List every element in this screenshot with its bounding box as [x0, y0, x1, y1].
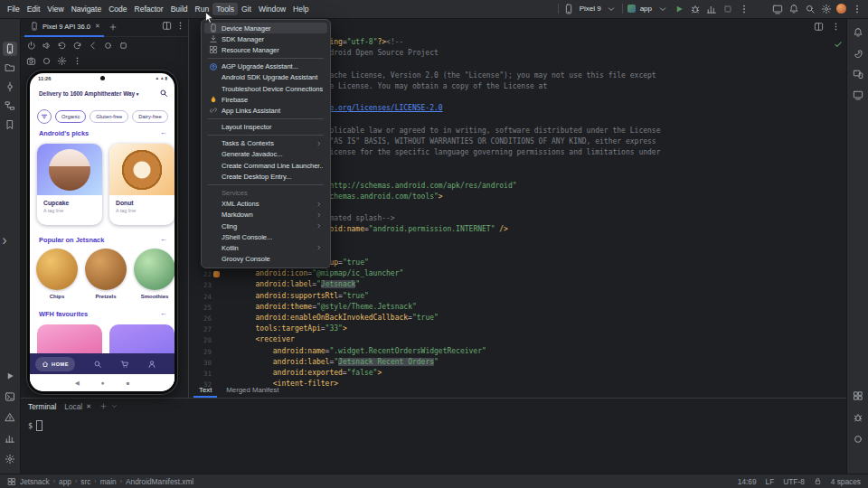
- more-run-options-button[interactable]: [738, 3, 750, 14]
- more-vert-icon[interactable]: [175, 21, 185, 31]
- inspections-ok-icon[interactable]: [834, 40, 843, 49]
- run-tool-button[interactable]: [3, 369, 17, 383]
- filter-button[interactable]: [37, 109, 52, 124]
- breadcrumb-item-main[interactable]: main: [100, 477, 117, 486]
- profiler-tool-button[interactable]: [851, 432, 865, 446]
- breadcrumb-item-jetsnack[interactable]: Jetsnack: [20, 477, 50, 486]
- tools-menu-item-jshell-console[interactable]: JShell Console...: [204, 231, 327, 242]
- tools-menu-item-xml-actions[interactable]: XML Actions: [204, 199, 327, 210]
- emulator-screen[interactable]: 11:26 ▲▲▮ Delivery to 1600 Amphitheater …: [30, 73, 175, 391]
- build-variants-tool-button[interactable]: [851, 389, 865, 403]
- terminal-tool-button[interactable]: [3, 389, 17, 404]
- profile-icon[interactable]: [147, 360, 156, 369]
- device-control-power-icon[interactable]: [24, 39, 38, 52]
- running-devices-tool-button[interactable]: [3, 42, 17, 56]
- menu-edit[interactable]: Edit: [24, 3, 44, 15]
- breadcrumb-item-src[interactable]: src: [80, 477, 90, 486]
- menu-tools[interactable]: Tools: [212, 3, 238, 15]
- search-icon[interactable]: [93, 360, 102, 369]
- tools-menu-item-kotlin[interactable]: Kotlin: [204, 242, 327, 253]
- indent-indicator[interactable]: 4 spaces: [831, 477, 861, 486]
- device-control-rotate-right-icon[interactable]: [71, 39, 84, 52]
- caret-position[interactable]: 14:69: [738, 477, 757, 486]
- run-config-caret[interactable]: [656, 3, 668, 14]
- search-everywhere-button[interactable]: [804, 3, 816, 14]
- commit-tool-button[interactable]: [3, 80, 17, 94]
- logcat-tool-button[interactable]: [3, 431, 17, 446]
- breadcrumb-item-androidmanifest-xml[interactable]: AndroidManifest.xml: [126, 477, 193, 486]
- panel-expander[interactable]: ›: [0, 233, 9, 248]
- cart-icon[interactable]: [120, 360, 129, 369]
- line-ending-indicator[interactable]: LF: [766, 477, 775, 486]
- menu-build[interactable]: Build: [167, 3, 192, 15]
- snack-card-donut[interactable]: DonutA tag line: [109, 144, 175, 225]
- arrow-icon[interactable]: ←: [160, 128, 167, 136]
- device-control-square-icon[interactable]: [117, 39, 130, 52]
- structure-tool-button[interactable]: [3, 99, 17, 113]
- terminal-tab-local[interactable]: Local ✕: [64, 402, 91, 411]
- project-tool-button[interactable]: [3, 61, 17, 75]
- delivery-address-button[interactable]: Delivery to 1600 Amphitheater Way ▾: [39, 90, 138, 97]
- snack-circle-item-chips[interactable]: Chips: [33, 249, 81, 299]
- encoding-indicator[interactable]: UTF-8: [783, 477, 805, 486]
- device-control-gear-icon[interactable]: [55, 54, 69, 68]
- device-selector-icon[interactable]: [563, 3, 575, 14]
- device-control-volume-icon[interactable]: [40, 39, 53, 52]
- tools-menu-item-layout-inspector[interactable]: Layout Inspector: [204, 122, 327, 133]
- breadcrumb-item-app[interactable]: app: [59, 477, 71, 486]
- bookmarks-tool-button[interactable]: [3, 117, 17, 132]
- menu-navigate[interactable]: Navigate: [68, 3, 106, 15]
- arrow-icon[interactable]: ←: [160, 309, 167, 317]
- device-mirror-button[interactable]: [771, 3, 783, 14]
- tools-menu-item-firebase[interactable]: Firebase: [204, 94, 327, 105]
- notifications-button[interactable]: [788, 3, 799, 14]
- chevron-down-icon[interactable]: [110, 402, 118, 410]
- device-control-camera-icon[interactable]: [24, 54, 38, 68]
- menu-view[interactable]: View: [43, 3, 67, 15]
- device-control-more-vert-icon[interactable]: [71, 54, 84, 68]
- back-nav-icon[interactable]: ◀: [75, 380, 80, 387]
- menu-help[interactable]: Help: [289, 3, 312, 15]
- device-control-record-icon[interactable]: [40, 54, 53, 68]
- breadcrumb[interactable]: Jetsnack›app›src›main›AndroidManifest.xm…: [20, 477, 193, 486]
- recents-nav-icon[interactable]: ■: [127, 380, 130, 386]
- menu-window[interactable]: Window: [255, 3, 289, 15]
- snack-circle-item-pretzels[interactable]: Pretzels: [81, 249, 130, 299]
- tools-menu-item-device-manager[interactable]: Device Manager: [204, 23, 327, 33]
- tools-menu-item-groovy-console[interactable]: Groovy Console: [204, 254, 327, 265]
- tools-menu-item-resource-manager[interactable]: Resource Manager: [204, 44, 327, 55]
- gradle-tool-button[interactable]: [851, 46, 865, 61]
- add-device-button[interactable]: [108, 23, 118, 32]
- menu-refactor[interactable]: Refactor: [131, 3, 167, 15]
- arrow-icon[interactable]: ←: [160, 235, 167, 243]
- tools-menu-item-agp-upgrade-assistant[interactable]: AGP Upgrade Assistant...: [204, 61, 327, 72]
- device-control-circle-icon[interactable]: [101, 39, 115, 52]
- split-editor-icon[interactable]: [814, 22, 824, 32]
- launcher-icon-preview[interactable]: [213, 271, 220, 277]
- device-manager-tool-button[interactable]: [851, 67, 865, 81]
- tools-menu-item-android-sdk-upgrade-assistant[interactable]: Android SDK Upgrade Assistant: [204, 72, 327, 83]
- tools-menu-item-create-command-line-launcher[interactable]: Create Command Line Launcher...: [204, 160, 327, 171]
- snack-card-cupcake[interactable]: CupcakeA tag line: [37, 144, 102, 225]
- main-toolbar-more-button[interactable]: [851, 3, 863, 14]
- tools-menu-item-cling[interactable]: Cling: [204, 221, 327, 231]
- filter-chip-dairy-free[interactable]: Dairy-free: [132, 110, 167, 123]
- more-vert-icon[interactable]: [831, 22, 841, 32]
- tools-menu-item-markdown[interactable]: Markdown: [204, 210, 327, 221]
- device-control-rotate-left-icon[interactable]: [55, 39, 69, 52]
- ide-preferences-button[interactable]: [3, 452, 17, 466]
- snack-circle-item-smoothies[interactable]: Smoothies: [130, 249, 175, 299]
- tools-menu-item-create-desktop-entry[interactable]: Create Desktop Entry...: [204, 171, 327, 182]
- run-config-selector[interactable]: app: [640, 5, 652, 13]
- home-nav-icon[interactable]: ●: [101, 380, 105, 386]
- move-panel-icon[interactable]: [162, 21, 172, 31]
- device-selector-caret[interactable]: [606, 3, 618, 14]
- tools-menu-item-services[interactable]: Services: [204, 187, 327, 198]
- lock-icon[interactable]: [814, 477, 822, 485]
- close-icon[interactable]: ✕: [95, 23, 100, 30]
- device-tab[interactable]: Pixel 9 API 36.0 ✕: [24, 18, 104, 37]
- menu-git[interactable]: Git: [238, 3, 255, 15]
- manifest-tab-text[interactable]: Text: [193, 385, 217, 398]
- running-devices-mirror-button[interactable]: [851, 88, 865, 102]
- new-terminal-button[interactable]: [99, 402, 108, 410]
